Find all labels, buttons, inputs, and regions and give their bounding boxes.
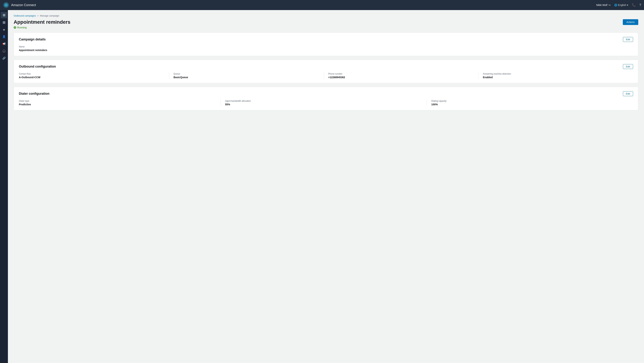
breadcrumb-current: Manage campaign bbox=[40, 14, 59, 17]
actions-button[interactable]: Actions bbox=[623, 19, 638, 25]
contact-flow-value: A-Outbound-CCW bbox=[19, 76, 165, 79]
campaign-details-card: Campaign details Edit Name Appointment r… bbox=[14, 32, 638, 56]
sidebar-item-routing[interactable]: ◈ bbox=[1, 26, 7, 33]
breadcrumb-parent-link[interactable]: Outbound campaigns bbox=[14, 14, 36, 17]
contact-flow-col: Contact flow A-Outbound-CCW bbox=[19, 72, 169, 79]
outbound-config-card: Outbound configuration Edit Contact flow… bbox=[14, 60, 638, 83]
users-icon: 👤 bbox=[2, 35, 6, 38]
outbound-config-grid: Contact flow A-Outbound-CCW Queue BasicQ… bbox=[19, 72, 633, 79]
dialing-capacity-value: 100% bbox=[431, 103, 629, 106]
dashboard-icon: ⊞ bbox=[3, 13, 6, 17]
nav-right: Nikki Wolf ↪ 🌐 English ▾ 📞 ? bbox=[596, 3, 641, 7]
status-dot bbox=[14, 26, 16, 29]
queue-col: Queue BasicQueue bbox=[169, 72, 324, 79]
status-badge: Running bbox=[14, 26, 70, 29]
page-title: Appointment reminders bbox=[14, 19, 70, 25]
contact-flow-label: Contact flow bbox=[19, 72, 165, 75]
sidebar-item-integrations[interactable]: 🔗 bbox=[1, 55, 7, 62]
help-icon[interactable]: ? bbox=[639, 3, 641, 7]
campaign-details-card-header: Campaign details Edit bbox=[19, 37, 633, 42]
dialer-config-title: Dialer configuration bbox=[19, 92, 50, 96]
sidebar-item-quality[interactable]: 🎧 bbox=[1, 48, 7, 54]
bandwidth-value: 55% bbox=[225, 103, 422, 106]
campaign-details-edit-button[interactable]: Edit bbox=[623, 37, 633, 42]
dialer-config-edit-button[interactable]: Edit bbox=[623, 91, 633, 96]
page-header: Appointment reminders Running Actions bbox=[14, 19, 638, 29]
phone-icon[interactable]: 📞 bbox=[632, 3, 636, 7]
dialing-capacity-col: Dialing capacity 100% bbox=[427, 100, 633, 106]
sidebar: ⊞ ▦ ◈ 👤 📢 🎧 🔗 bbox=[0, 10, 8, 363]
outbound-config-title: Outbound configuration bbox=[19, 65, 56, 68]
campaign-details-title: Campaign details bbox=[19, 38, 46, 41]
layout: ⊞ ▦ ◈ 👤 📢 🎧 🔗 Outbound campaigns > Manag… bbox=[0, 10, 644, 363]
main-content: Outbound campaigns > Manage campaign App… bbox=[8, 10, 644, 363]
dialer-type-col: Dialer type Predictive bbox=[19, 100, 221, 106]
amd-label: Answering machine detection bbox=[483, 72, 629, 75]
logo-icon bbox=[3, 2, 9, 8]
bandwidth-col: Agent bandwidth allocation 55% bbox=[221, 100, 427, 106]
logo: Amazon Connect bbox=[3, 2, 36, 8]
analytics-icon: ▦ bbox=[2, 20, 6, 24]
phone-label: Phone number bbox=[328, 72, 474, 75]
sidebar-item-analytics[interactable]: ▦ bbox=[1, 19, 7, 26]
page-header-left: Appointment reminders Running bbox=[14, 19, 70, 29]
dialer-config-card: Dialer configuration Edit Dialer type Pr… bbox=[14, 87, 638, 110]
language-selector[interactable]: 🌐 English ▾ bbox=[614, 4, 628, 6]
amd-col: Answering machine detection Enabled bbox=[478, 72, 633, 79]
routing-icon: ◈ bbox=[3, 28, 5, 31]
status-text: Running bbox=[17, 26, 26, 29]
globe-icon: 🌐 bbox=[614, 4, 617, 6]
queue-label: Queue bbox=[174, 72, 320, 75]
outbound-config-edit-button[interactable]: Edit bbox=[623, 64, 633, 69]
svg-point-2 bbox=[6, 5, 7, 6]
integrations-icon: 🔗 bbox=[2, 56, 6, 60]
dialer-type-value: Predictive bbox=[19, 103, 216, 106]
dialer-config-grid: Dialer type Predictive Agent bandwidth a… bbox=[19, 100, 633, 106]
amd-value: Enabled bbox=[483, 76, 629, 79]
sidebar-item-users[interactable]: 👤 bbox=[1, 34, 7, 40]
dialer-type-label: Dialer type bbox=[19, 100, 216, 102]
dialer-config-card-header: Dialer configuration Edit bbox=[19, 91, 633, 96]
campaign-name-value: Appointment reminders bbox=[19, 49, 633, 52]
channels-icon: 📢 bbox=[2, 42, 6, 46]
sidebar-item-channels[interactable]: 📢 bbox=[1, 40, 7, 47]
campaign-name-label: Name bbox=[19, 46, 633, 48]
breadcrumb-separator: > bbox=[38, 14, 39, 17]
breadcrumb: Outbound campaigns > Manage campaign bbox=[14, 14, 638, 17]
campaign-name-field: Name Appointment reminders bbox=[19, 46, 633, 52]
logout-icon[interactable]: ↪ bbox=[608, 4, 610, 6]
quality-icon: 🎧 bbox=[2, 50, 6, 53]
top-nav: Amazon Connect Nikki Wolf ↪ 🌐 English ▾ … bbox=[0, 0, 644, 10]
dialing-capacity-label: Dialing capacity bbox=[431, 100, 629, 102]
username: Nikki Wolf ↪ bbox=[596, 4, 610, 6]
app-title: Amazon Connect bbox=[11, 3, 36, 7]
bandwidth-label: Agent bandwidth allocation bbox=[225, 100, 422, 102]
sidebar-item-dashboard[interactable]: ⊞ bbox=[1, 12, 7, 18]
phone-col: Phone number +12268945362 bbox=[324, 72, 479, 79]
chevron-down-icon: ▾ bbox=[627, 4, 628, 6]
phone-value: +12268945362 bbox=[328, 76, 474, 79]
queue-value: BasicQueue bbox=[174, 76, 320, 79]
outbound-config-card-header: Outbound configuration Edit bbox=[19, 64, 633, 69]
